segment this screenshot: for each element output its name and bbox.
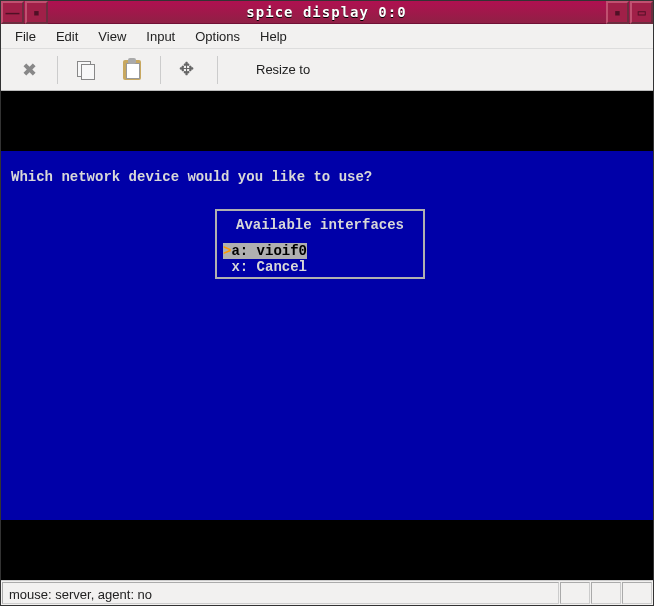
menu-file[interactable]: File bbox=[7, 26, 44, 47]
menu-input[interactable]: Input bbox=[138, 26, 183, 47]
resize-button[interactable] bbox=[171, 54, 207, 86]
option-a-text: a: vioif0 bbox=[231, 243, 307, 259]
resize-icon bbox=[179, 60, 199, 80]
resize-to-label: Resize to bbox=[256, 62, 310, 77]
option-x-cancel[interactable]: x: Cancel bbox=[217, 259, 423, 275]
close-icon bbox=[22, 59, 37, 81]
installer-prompt: Which network device would you like to u… bbox=[11, 169, 643, 185]
minimize-icon: ▪ bbox=[614, 10, 620, 16]
maximize-icon: ▭ bbox=[637, 7, 646, 18]
window-sticky-button[interactable]: ▪ bbox=[25, 1, 48, 24]
paste-button[interactable] bbox=[114, 54, 150, 86]
interfaces-dialog: Available interfaces >a: vioif0 x: Cance… bbox=[215, 209, 425, 279]
menu-view[interactable]: View bbox=[90, 26, 134, 47]
menubar: File Edit View Input Options Help bbox=[1, 24, 653, 49]
maximize-button[interactable]: ▭ bbox=[630, 1, 653, 24]
titlebar[interactable]: — ▪ spice display 0:0 ▪ ▭ bbox=[1, 1, 653, 24]
toolbar-separator bbox=[57, 56, 58, 84]
menu-options[interactable]: Options bbox=[187, 26, 248, 47]
dialog-title: Available interfaces bbox=[217, 215, 423, 243]
option-a-vioif0[interactable]: >a: vioif0 bbox=[217, 243, 423, 259]
window-menu-button[interactable]: — bbox=[1, 1, 24, 24]
window-title: spice display 0:0 bbox=[48, 1, 605, 23]
toolbar: Resize to bbox=[1, 49, 653, 91]
statusbar: mouse: server, agent: no bbox=[1, 580, 653, 605]
menu-edit[interactable]: Edit bbox=[48, 26, 86, 47]
window-frame: — ▪ spice display 0:0 ▪ ▭ File Edit View… bbox=[0, 0, 654, 606]
copy-button[interactable] bbox=[68, 54, 104, 86]
close-button[interactable] bbox=[11, 54, 47, 86]
dot-icon: ▪ bbox=[33, 8, 39, 18]
letterbox-top bbox=[1, 91, 653, 151]
status-cell-1 bbox=[560, 582, 590, 604]
status-text: mouse: server, agent: no bbox=[2, 582, 559, 604]
display-area[interactable]: Which network device would you like to u… bbox=[1, 91, 653, 580]
toolbar-separator bbox=[217, 56, 218, 84]
copy-icon bbox=[77, 61, 95, 79]
status-cell-2 bbox=[591, 582, 621, 604]
status-cell-3 bbox=[622, 582, 652, 604]
dash-icon: — bbox=[6, 5, 20, 21]
menu-help[interactable]: Help bbox=[252, 26, 295, 47]
letterbox-bottom bbox=[1, 520, 653, 580]
installer-screen: Which network device would you like to u… bbox=[1, 151, 653, 520]
paste-icon bbox=[123, 60, 141, 80]
toolbar-separator bbox=[160, 56, 161, 84]
minimize-button[interactable]: ▪ bbox=[606, 1, 629, 24]
